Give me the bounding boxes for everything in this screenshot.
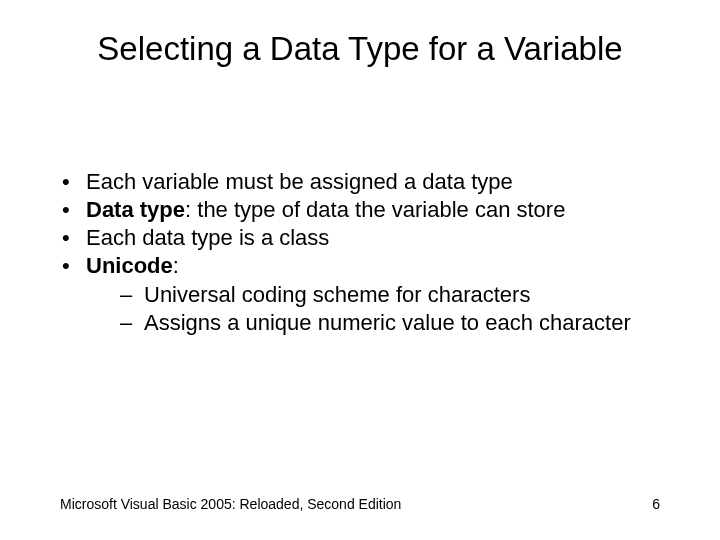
bullet-item: Each variable must be assigned a data ty… — [60, 168, 660, 196]
page-number: 6 — [652, 496, 660, 512]
sub-bullet-list: Universal coding scheme for characters A… — [86, 281, 660, 337]
bullet-item: Data type: the type of data the variable… — [60, 196, 660, 224]
sub-bullet-text: Assigns a unique numeric value to each c… — [144, 310, 631, 335]
slide: Selecting a Data Type for a Variable Eac… — [0, 0, 720, 540]
sub-bullet-text: Universal coding scheme for characters — [144, 282, 530, 307]
bullet-bold: Unicode — [86, 253, 173, 278]
bullet-bold: Data type — [86, 197, 185, 222]
bullet-text: : — [173, 253, 179, 278]
slide-body: Each variable must be assigned a data ty… — [60, 168, 660, 337]
bullet-text: : the type of data the variable can stor… — [185, 197, 565, 222]
bullet-list: Each variable must be assigned a data ty… — [60, 168, 660, 337]
sub-bullet-item: Assigns a unique numeric value to each c… — [120, 309, 660, 337]
footer-text: Microsoft Visual Basic 2005: Reloaded, S… — [60, 496, 401, 512]
bullet-text: Each variable must be assigned a data ty… — [86, 169, 513, 194]
bullet-item: Unicode: Universal coding scheme for cha… — [60, 252, 660, 336]
slide-title: Selecting a Data Type for a Variable — [0, 30, 720, 68]
sub-bullet-item: Universal coding scheme for characters — [120, 281, 660, 309]
bullet-item: Each data type is a class — [60, 224, 660, 252]
bullet-text: Each data type is a class — [86, 225, 329, 250]
